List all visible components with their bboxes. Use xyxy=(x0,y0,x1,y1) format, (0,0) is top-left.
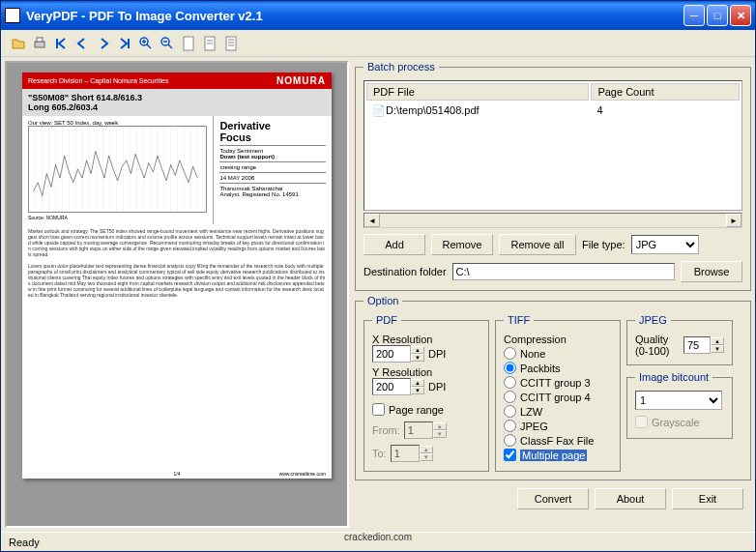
option-group: Option PDF X Resolution ▲▼ DPI Y Resolut… xyxy=(355,295,751,480)
bitcount-select[interactable]: 1 xyxy=(635,391,722,410)
option-legend: Option xyxy=(363,295,402,306)
batch-legend: Batch process xyxy=(363,61,439,73)
packbits-radio[interactable] xyxy=(504,362,516,374)
jpeg-radio[interactable] xyxy=(504,420,516,432)
maximize-button[interactable]: □ xyxy=(707,5,728,26)
file-page-count: 4 xyxy=(591,102,740,119)
add-button[interactable]: Add xyxy=(363,234,425,255)
none-radio[interactable] xyxy=(504,347,516,360)
pagerange-check[interactable] xyxy=(372,403,385,416)
status-bar: Ready crackedion.com xyxy=(1,532,755,551)
pdf-body-text: Market outlook and strategy. The SET50 i… xyxy=(22,224,332,302)
xres-down-icon[interactable]: ▼ xyxy=(411,354,424,362)
multipage-label: Multiple page xyxy=(520,450,587,461)
sentiment-label: Today Sentiment xyxy=(219,145,326,154)
bitcount-group: Image bitcount 1 Grayscale xyxy=(626,371,733,439)
about-button[interactable]: About xyxy=(595,488,666,509)
filetype-select[interactable]: JPG xyxy=(631,235,699,254)
pdf-page-preview: Research Division – Capital Nomura Secur… xyxy=(22,73,332,479)
from-label: From: xyxy=(372,424,400,436)
dpi-label-1: DPI xyxy=(428,348,446,360)
analyst-2: Analyst. Registered No. 14591 xyxy=(219,191,326,197)
page-b-icon[interactable] xyxy=(200,34,219,53)
analyst-1: Thanomsak Saharatchai xyxy=(219,183,326,191)
status-text: Ready xyxy=(9,537,40,548)
scroll-right-icon[interactable]: ► xyxy=(726,214,741,227)
ccitt3-label: CCITT group 3 xyxy=(520,377,591,389)
compression-label: Compression xyxy=(504,334,612,345)
side-h2: Focus xyxy=(219,131,326,143)
jpeg-group: JPEG Quality (0-100) ▲▼ xyxy=(626,314,733,365)
open-icon[interactable] xyxy=(9,34,28,53)
to-down-icon: ▼ xyxy=(420,453,433,461)
zoomout-icon[interactable] xyxy=(158,34,177,53)
scroll-left-icon[interactable]: ◄ xyxy=(364,214,380,227)
last-page-icon[interactable] xyxy=(115,34,134,53)
dest-input[interactable] xyxy=(452,263,675,280)
close-button[interactable]: ✕ xyxy=(730,5,751,26)
yres-down-icon[interactable]: ▼ xyxy=(411,387,424,394)
table-row[interactable]: 📄D:\temp\051408.pdf 4 xyxy=(366,102,740,119)
tiff-group: TIFF Compression None Packbits CCITT gro… xyxy=(495,314,621,472)
print-icon[interactable] xyxy=(30,34,49,53)
col-page-count[interactable]: Page Count xyxy=(591,83,740,101)
multipage-check[interactable] xyxy=(504,449,516,461)
quality-input[interactable] xyxy=(683,336,711,354)
col-pdf-file[interactable]: PDF File xyxy=(366,83,589,101)
pdf-title-2: Long 605.2/603.4 xyxy=(28,102,326,112)
ccitt4-label: CCITT group 4 xyxy=(520,392,591,403)
pdf-group: PDF X Resolution ▲▼ DPI Y Resolution ▲▼ … xyxy=(363,314,489,472)
page-c-icon[interactable] xyxy=(221,34,241,53)
from-up-icon: ▲ xyxy=(433,422,447,430)
yres-label: Y Resolution xyxy=(372,366,480,378)
xres-input[interactable] xyxy=(372,345,411,363)
svg-rect-0 xyxy=(35,42,44,47)
quality-up-icon[interactable]: ▲ xyxy=(711,337,724,345)
from-down-icon: ▼ xyxy=(433,430,447,438)
ccitt4-radio[interactable] xyxy=(504,391,516,403)
page-a-icon[interactable] xyxy=(179,34,198,53)
zoomin-icon[interactable] xyxy=(136,34,156,53)
dest-label: Destination folder xyxy=(363,266,447,277)
minimize-button[interactable]: ─ xyxy=(683,5,705,26)
strategy: crewing range xyxy=(219,161,326,170)
classf-radio[interactable] xyxy=(504,434,516,447)
preview-pane: Research Division – Capital Nomura Secur… xyxy=(5,61,349,528)
toolbar xyxy=(1,30,755,57)
pdf-title-1: "S50M08" Short 614.8/616.3 xyxy=(28,93,326,102)
exit-button[interactable]: Exit xyxy=(672,488,743,509)
packbits-label: Packbits xyxy=(520,363,561,374)
next-page-icon[interactable] xyxy=(94,34,113,53)
xres-up-icon[interactable]: ▲ xyxy=(411,346,424,354)
none-label: None xyxy=(520,348,545,360)
yres-up-icon[interactable]: ▲ xyxy=(411,379,424,387)
jpeg-comp-label: JPEG xyxy=(520,421,548,432)
lzw-radio[interactable] xyxy=(504,405,516,418)
file-table[interactable]: PDF File Page Count 📄D:\temp\051408.pdf … xyxy=(363,80,742,211)
to-input xyxy=(391,445,420,462)
prev-page-icon[interactable] xyxy=(73,34,92,53)
browse-button[interactable]: Browse xyxy=(681,261,742,282)
ccitt3-radio[interactable] xyxy=(504,376,516,389)
pagerange-label: Page range xyxy=(389,404,444,416)
from-input xyxy=(404,421,433,439)
grayscale-label: Grayscale xyxy=(652,417,700,428)
grayscale-check xyxy=(635,416,648,428)
svg-rect-1 xyxy=(37,38,43,42)
side-h1: Derivative xyxy=(219,120,326,131)
report-date: 14 MAY 2008 xyxy=(219,172,326,181)
jpeg-legend: JPEG xyxy=(635,314,671,326)
h-scrollbar[interactable]: ◄ ► xyxy=(363,213,742,228)
quality-label: Quality (0-100) xyxy=(635,334,680,357)
removeall-button[interactable]: Remove all xyxy=(499,234,576,255)
quality-down-icon[interactable]: ▼ xyxy=(711,345,724,353)
yres-input[interactable] xyxy=(372,378,411,395)
convert-button[interactable]: Convert xyxy=(517,488,589,509)
batch-process-group: Batch process PDF File Page Count 📄D:\te… xyxy=(355,61,751,291)
lzw-label: LZW xyxy=(520,406,542,418)
remove-button[interactable]: Remove xyxy=(431,234,493,255)
window-title: VeryPDF - PDF To Image Converter v2.1 xyxy=(26,9,683,23)
pdf-legend: PDF xyxy=(372,314,401,326)
first-page-icon[interactable] xyxy=(51,34,71,53)
app-window: VeryPDF - PDF To Image Converter v2.1 ─ … xyxy=(0,0,756,552)
